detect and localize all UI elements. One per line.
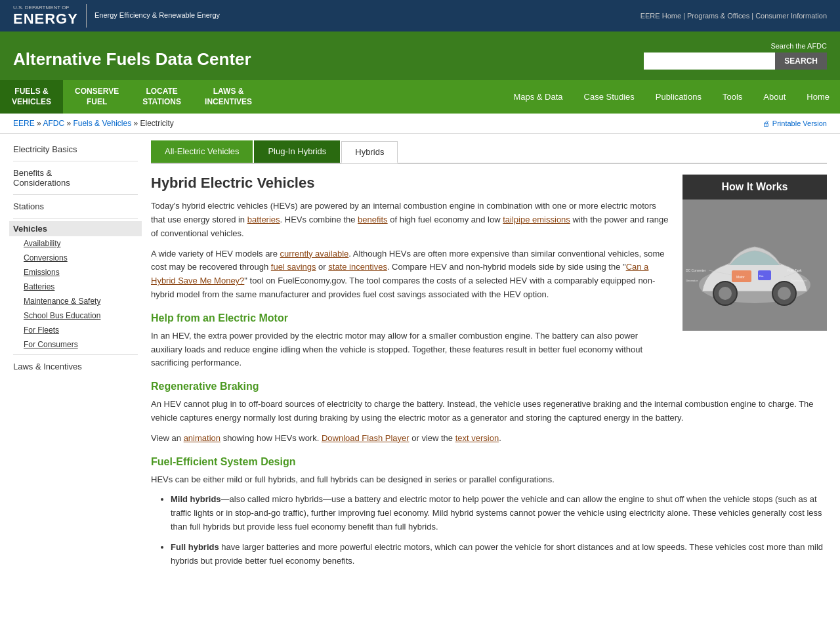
- flash-player-link[interactable]: Download Flash Player: [322, 433, 410, 443]
- top-links: EERE Home | Programs & Offices | Consume…: [640, 12, 827, 20]
- programs-link[interactable]: Programs & Offices: [687, 12, 749, 20]
- svg-text:Transmission: Transmission: [791, 279, 807, 282]
- list-item-mild: Mild hybrids—also called micro hybrids—u…: [171, 493, 827, 534]
- sidebar-subitem-maintenance[interactable]: Maintenance & Safety: [13, 294, 138, 308]
- nav-conserve-fuel[interactable]: CONSERVEFUEL: [63, 80, 131, 114]
- top-bar-left: U.S. DEPARTMENT OF ENERGY Energy Efficie…: [13, 4, 220, 28]
- sidebar-divider-1: [13, 161, 138, 161]
- dept-label: U.S. DEPARTMENT OF: [13, 5, 78, 10]
- hybrid-save-link[interactable]: Can a Hybrid Save Me Money?: [151, 262, 648, 285]
- header: Alternative Fuels Data Center Search the…: [0, 32, 840, 80]
- svg-point-5: [778, 287, 791, 300]
- sidebar-subitem-for-fleets[interactable]: For Fleets: [13, 323, 138, 337]
- eere-home-link[interactable]: EERE Home: [640, 12, 681, 20]
- breadcrumb-current: Electricity: [140, 119, 174, 128]
- search-label: Search the AFDC: [770, 42, 827, 50]
- sidebar-subitem-for-consumers[interactable]: For Consumers: [13, 337, 138, 352]
- list-item-full: Full hybrids have larger batteries and m…: [171, 541, 827, 568]
- sidebar-divider-2: [13, 194, 138, 195]
- consumer-link[interactable]: Consumer Information: [755, 12, 827, 20]
- tabs: All-Electric Vehicles Plug-In Hybrids Hy…: [151, 140, 827, 164]
- sidebar-item-electricity-basics[interactable]: Electricity Basics: [13, 140, 138, 158]
- section3-heading: Regenerative Braking: [151, 381, 827, 392]
- tailpipe-link[interactable]: tailpipe emissions: [503, 215, 570, 224]
- svg-text:DC Converter: DC Converter: [686, 268, 706, 272]
- article: How It Works: [151, 175, 827, 574]
- state-incentives-link[interactable]: state incentives: [328, 262, 387, 272]
- sidebar: Electricity Basics Benefits &Considerati…: [13, 140, 138, 574]
- how-it-works-box: How It Works: [682, 175, 827, 331]
- search-input[interactable]: [644, 52, 775, 70]
- breadcrumb: EERE » AFDC » Fuels & Vehicles » Electri…: [13, 119, 174, 128]
- breadcrumb-eere[interactable]: EERE: [13, 119, 35, 128]
- svg-text:Generator: Generator: [686, 279, 698, 282]
- animation-link[interactable]: animation: [184, 433, 220, 443]
- section4-text: HEVs can be either mild or full hybrids,…: [151, 473, 827, 487]
- sidebar-subitem-batteries[interactable]: Batteries: [13, 280, 138, 294]
- sidebar-divider-4: [13, 354, 138, 355]
- search-area: Search the AFDC SEARCH: [644, 42, 827, 70]
- sidebar-subitem-availability[interactable]: Availability: [13, 236, 138, 251]
- nav-tools[interactable]: Tools: [712, 85, 753, 108]
- fuel-savings-link[interactable]: fuel savings: [271, 262, 316, 272]
- main-nav-primary: FUELS &VEHICLES CONSERVEFUEL LOCATESTATI…: [0, 80, 264, 114]
- how-it-works-image: Motor Bat. DC Converter Fuel Tank Transm…: [682, 200, 827, 331]
- how-it-works-title: How It Works: [682, 175, 827, 200]
- car-diagram-svg: Motor Bat. DC Converter Fuel Tank Transm…: [682, 200, 827, 331]
- main-content: All-Electric Vehicles Plug-In Hybrids Hy…: [151, 140, 827, 574]
- nav-about[interactable]: About: [753, 85, 796, 108]
- hybrid-types-list: Mild hybrids—also called micro hybrids—u…: [171, 493, 827, 568]
- text-version-link[interactable]: text version: [455, 433, 499, 443]
- main-nav: FUELS &VEHICLES CONSERVEFUEL LOCATESTATI…: [0, 80, 840, 114]
- site-title: Alternative Fuels Data Center: [13, 49, 251, 70]
- svg-text:Bat.: Bat.: [759, 274, 764, 278]
- nav-laws-incentives[interactable]: LAWS &INCENTIVES: [193, 80, 264, 114]
- breadcrumb-afdc[interactable]: AFDC: [43, 119, 64, 128]
- doe-logo: U.S. DEPARTMENT OF ENERGY: [13, 5, 78, 28]
- full-hybrid-label: Full hybrids: [171, 542, 219, 552]
- section4-heading: Fuel-Efficient System Design: [151, 456, 827, 468]
- content-area: Electricity Basics Benefits &Considerati…: [0, 134, 840, 581]
- search-row: SEARCH: [644, 52, 827, 70]
- breadcrumb-bar: EERE » AFDC » Fuels & Vehicles » Electri…: [0, 114, 840, 134]
- nav-locate-stations[interactable]: LOCATESTATIONS: [131, 80, 193, 114]
- nav-case-studies[interactable]: Case Studies: [574, 85, 645, 108]
- main-nav-secondary: Maps & Data Case Studies Publications To…: [503, 80, 840, 114]
- section2-text: In an HEV, the extra power provided by t…: [151, 329, 827, 370]
- mild-hybrid-text: —also called micro hybrids—use a battery…: [171, 494, 822, 532]
- breadcrumb-fuels[interactable]: Fuels & Vehicles: [73, 119, 131, 128]
- sidebar-item-laws[interactable]: Laws & Incentives: [13, 358, 138, 375]
- printer-icon: 🖨: [763, 119, 770, 127]
- nav-fuels-vehicles[interactable]: FUELS &VEHICLES: [0, 80, 63, 114]
- sidebar-subitem-conversions[interactable]: Conversions: [13, 251, 138, 265]
- printable-version-link[interactable]: 🖨 Printable Version: [763, 119, 827, 127]
- full-hybrid-text: have larger batteries and more powerful …: [171, 542, 823, 566]
- sidebar-subitem-school-bus[interactable]: School Bus Education: [13, 308, 138, 323]
- tab-all-electric[interactable]: All-Electric Vehicles: [151, 140, 253, 163]
- logo-divider: [86, 4, 87, 28]
- search-button[interactable]: SEARCH: [775, 52, 827, 70]
- tab-hybrids[interactable]: Hybrids: [341, 141, 398, 163]
- sidebar-item-benefits[interactable]: Benefits &Considerations: [13, 164, 138, 192]
- svg-point-3: [719, 287, 732, 300]
- mild-hybrid-label: Mild hybrids: [171, 494, 221, 504]
- svg-text:Motor: Motor: [736, 275, 745, 279]
- tab-plugin-hybrids[interactable]: Plug-In Hybrids: [254, 140, 340, 163]
- sidebar-subitem-emissions[interactable]: Emissions: [13, 265, 138, 280]
- energy-wordmark: ENERGY: [13, 10, 78, 28]
- batteries-link[interactable]: batteries: [247, 215, 280, 224]
- sidebar-divider-3: [13, 218, 138, 219]
- top-bar: U.S. DEPARTMENT OF ENERGY Energy Efficie…: [0, 0, 840, 32]
- nav-maps-data[interactable]: Maps & Data: [503, 85, 573, 108]
- sidebar-item-stations[interactable]: Stations: [13, 198, 138, 215]
- agency-subtitle: Energy Efficiency & Renewable Energy: [94, 10, 220, 20]
- sidebar-item-vehicles[interactable]: Vehicles: [9, 221, 142, 236]
- nav-publications[interactable]: Publications: [645, 85, 712, 108]
- benefits-link[interactable]: benefits: [358, 215, 388, 224]
- svg-text:Fuel Tank: Fuel Tank: [788, 268, 802, 272]
- section3-text: An HEV cannot plug in to off-board sourc…: [151, 398, 827, 425]
- nav-home[interactable]: Home: [796, 85, 840, 108]
- currently-available-link[interactable]: currently available: [280, 249, 349, 259]
- section3-links: View an animation showing how HEVs work.…: [151, 432, 827, 446]
